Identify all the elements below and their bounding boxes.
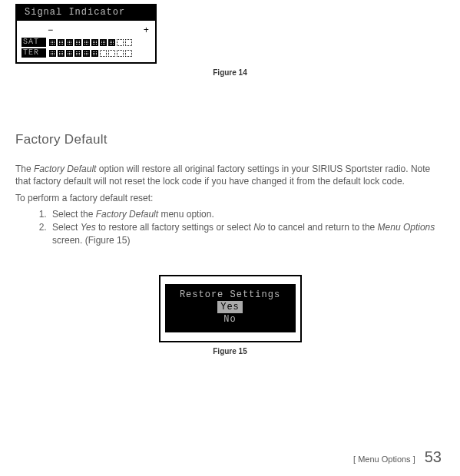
em-factory-default: Factory Default: [96, 209, 158, 220]
signal-bar-icon: [91, 39, 98, 46]
figure-14-caption: Figure 14: [15, 68, 445, 77]
scale-row: − +: [22, 25, 151, 36]
yes-option: Yes: [168, 301, 293, 313]
signal-bar-icon: [100, 39, 107, 46]
step-2: Select Yes to restore all factory settin…: [49, 221, 445, 247]
signal-bar-empty-icon: [125, 50, 132, 57]
signal-bar-icon: [58, 50, 65, 57]
em-yes: Yes: [81, 222, 96, 233]
signal-bar-icon: [66, 50, 73, 57]
figure-15-caption: Figure 15: [159, 347, 302, 355]
signal-bar-icon: [91, 50, 98, 57]
signal-bar-empty-icon: [125, 39, 132, 46]
sat-squares: [49, 39, 132, 46]
intro-paragraph: The Factory Default option will restore …: [15, 163, 445, 187]
signal-bar-icon: [83, 39, 90, 46]
page-footer: Menu Options 53: [353, 448, 442, 466]
signal-bar-empty-icon: [100, 50, 107, 57]
figure-14: Signal Indicator − + SAT: [15, 4, 445, 77]
sat-row: SAT: [22, 38, 151, 47]
signal-bar-icon: [49, 50, 56, 57]
figure-15: Restore Settings Yes No Figure 15: [159, 275, 302, 355]
ter-label: TER: [22, 48, 46, 58]
signal-bar-empty-icon: [117, 50, 124, 57]
text: The: [15, 164, 34, 174]
yes-highlight: Yes: [217, 301, 243, 313]
no-option: No: [168, 313, 293, 326]
text: Select: [52, 222, 81, 233]
signal-bar-icon: [74, 50, 81, 57]
text: to restore all factory settings or selec…: [96, 222, 253, 233]
lcd-body: − + SAT: [17, 21, 155, 62]
signal-bar-icon: [108, 39, 115, 46]
em-factory-default: Factory Default: [34, 164, 96, 174]
steps-list: Select the Factory Default menu option. …: [15, 208, 445, 247]
section-heading: Factory Default: [15, 132, 445, 147]
text: screen. (Figure 15): [52, 235, 130, 246]
minus-icon: −: [48, 25, 53, 36]
plus-icon: +: [144, 25, 149, 36]
ter-squares: [49, 50, 132, 57]
signal-bar-empty-icon: [117, 39, 124, 46]
text: menu option.: [158, 209, 214, 220]
lcd2-inner: Restore Settings Yes No: [165, 284, 296, 332]
em-menu-options: Menu Options: [378, 222, 435, 233]
em-no: No: [253, 222, 265, 233]
lcd-restore-settings: Restore Settings Yes No: [159, 275, 302, 342]
lcd-signal-indicator: Signal Indicator − + SAT: [15, 4, 157, 64]
instructions-lead: To perform a factory default reset:: [15, 192, 445, 204]
signal-bar-icon: [83, 50, 90, 57]
text: Select the: [52, 209, 96, 220]
lcd-title: Signal Indicator: [17, 5, 155, 21]
signal-bar-icon: [58, 39, 65, 46]
step-1: Select the Factory Default menu option.: [49, 208, 445, 221]
footer-section: Menu Options: [353, 455, 415, 464]
restore-title: Restore Settings: [168, 289, 293, 301]
page-number: 53: [425, 448, 442, 466]
sat-label: SAT: [22, 38, 46, 47]
signal-bar-empty-icon: [108, 50, 115, 57]
signal-bar-icon: [74, 39, 81, 46]
signal-bar-icon: [66, 39, 73, 46]
ter-row: TER: [22, 48, 151, 58]
signal-bar-icon: [49, 39, 56, 46]
text: to cancel and return to the: [265, 222, 377, 233]
